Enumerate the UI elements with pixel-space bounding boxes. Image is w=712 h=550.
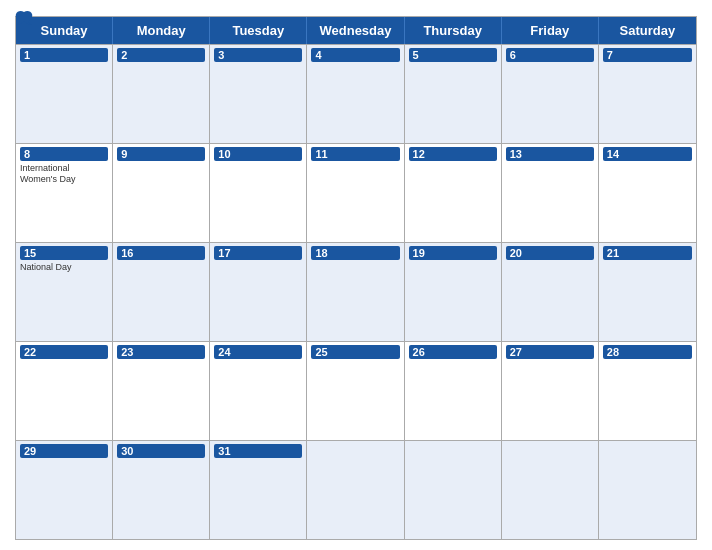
calendar-cell: 1 xyxy=(16,45,113,143)
date-number: 9 xyxy=(117,147,205,161)
calendar-week-1: 1234567 xyxy=(16,44,696,143)
calendar-cell: 17 xyxy=(210,243,307,341)
calendar-cell: 23 xyxy=(113,342,210,440)
calendar-header-row: SundayMondayTuesdayWednesdayThursdayFrid… xyxy=(16,17,696,44)
calendar-cell: 22 xyxy=(16,342,113,440)
calendar-cell: 14 xyxy=(599,144,696,242)
calendar-week-2: 8International Women's Day91011121314 xyxy=(16,143,696,242)
calendar-cell: 12 xyxy=(405,144,502,242)
header-day-friday: Friday xyxy=(502,17,599,44)
date-number: 12 xyxy=(409,147,497,161)
date-number: 13 xyxy=(506,147,594,161)
calendar-cell: 2 xyxy=(113,45,210,143)
calendar-cell: 9 xyxy=(113,144,210,242)
calendar-cell: 13 xyxy=(502,144,599,242)
date-number: 6 xyxy=(506,48,594,62)
event-label: National Day xyxy=(20,262,108,273)
date-number: 22 xyxy=(20,345,108,359)
header-day-saturday: Saturday xyxy=(599,17,696,44)
calendar-cell: 4 xyxy=(307,45,404,143)
header-day-tuesday: Tuesday xyxy=(210,17,307,44)
date-number: 28 xyxy=(603,345,692,359)
date-number: 1 xyxy=(20,48,108,62)
date-number: 15 xyxy=(20,246,108,260)
calendar-cell: 31 xyxy=(210,441,307,539)
date-number: 7 xyxy=(603,48,692,62)
date-number: 31 xyxy=(214,444,302,458)
date-number: 8 xyxy=(20,147,108,161)
date-number: 5 xyxy=(409,48,497,62)
calendar-cell: 29 xyxy=(16,441,113,539)
date-number: 10 xyxy=(214,147,302,161)
date-number: 25 xyxy=(311,345,399,359)
date-number: 21 xyxy=(603,246,692,260)
calendar-cell: 21 xyxy=(599,243,696,341)
calendar-cell: 8International Women's Day xyxy=(16,144,113,242)
calendar-cell: 18 xyxy=(307,243,404,341)
date-number: 29 xyxy=(20,444,108,458)
header-day-wednesday: Wednesday xyxy=(307,17,404,44)
date-number: 18 xyxy=(311,246,399,260)
calendar-cell: 28 xyxy=(599,342,696,440)
calendar-cell: 20 xyxy=(502,243,599,341)
calendar-cell: 15National Day xyxy=(16,243,113,341)
date-number: 17 xyxy=(214,246,302,260)
header-day-thursday: Thursday xyxy=(405,17,502,44)
event-label: International Women's Day xyxy=(20,163,108,185)
date-number: 27 xyxy=(506,345,594,359)
calendar-week-3: 15National Day161718192021 xyxy=(16,242,696,341)
calendar-cell: 7 xyxy=(599,45,696,143)
date-number: 4 xyxy=(311,48,399,62)
calendar-cell: 19 xyxy=(405,243,502,341)
date-number: 2 xyxy=(117,48,205,62)
calendar-cell: 6 xyxy=(502,45,599,143)
calendar-cell xyxy=(307,441,404,539)
calendar-cell: 25 xyxy=(307,342,404,440)
calendar-cell: 5 xyxy=(405,45,502,143)
calendar-cell: 10 xyxy=(210,144,307,242)
date-number: 23 xyxy=(117,345,205,359)
calendar-cell: 24 xyxy=(210,342,307,440)
date-number: 16 xyxy=(117,246,205,260)
calendar-cell: 26 xyxy=(405,342,502,440)
calendar-cell xyxy=(502,441,599,539)
logo xyxy=(15,10,35,26)
calendar-grid: SundayMondayTuesdayWednesdayThursdayFrid… xyxy=(15,16,697,540)
calendar-cell xyxy=(405,441,502,539)
logo-bird-icon xyxy=(15,10,33,26)
date-number: 20 xyxy=(506,246,594,260)
calendar-cell: 16 xyxy=(113,243,210,341)
date-number: 30 xyxy=(117,444,205,458)
date-number: 26 xyxy=(409,345,497,359)
calendar-week-5: 293031 xyxy=(16,440,696,539)
date-number: 24 xyxy=(214,345,302,359)
header-day-monday: Monday xyxy=(113,17,210,44)
calendar-cell: 30 xyxy=(113,441,210,539)
date-number: 14 xyxy=(603,147,692,161)
calendar-cell xyxy=(599,441,696,539)
calendar-cell: 3 xyxy=(210,45,307,143)
calendar-cell: 27 xyxy=(502,342,599,440)
calendar-cell: 11 xyxy=(307,144,404,242)
date-number: 3 xyxy=(214,48,302,62)
calendar-body: 12345678International Women's Day9101112… xyxy=(16,44,696,539)
date-number: 19 xyxy=(409,246,497,260)
calendar-week-4: 22232425262728 xyxy=(16,341,696,440)
logo-blue-container xyxy=(15,10,35,26)
calendar-page: SundayMondayTuesdayWednesdayThursdayFrid… xyxy=(0,0,712,550)
date-number: 11 xyxy=(311,147,399,161)
